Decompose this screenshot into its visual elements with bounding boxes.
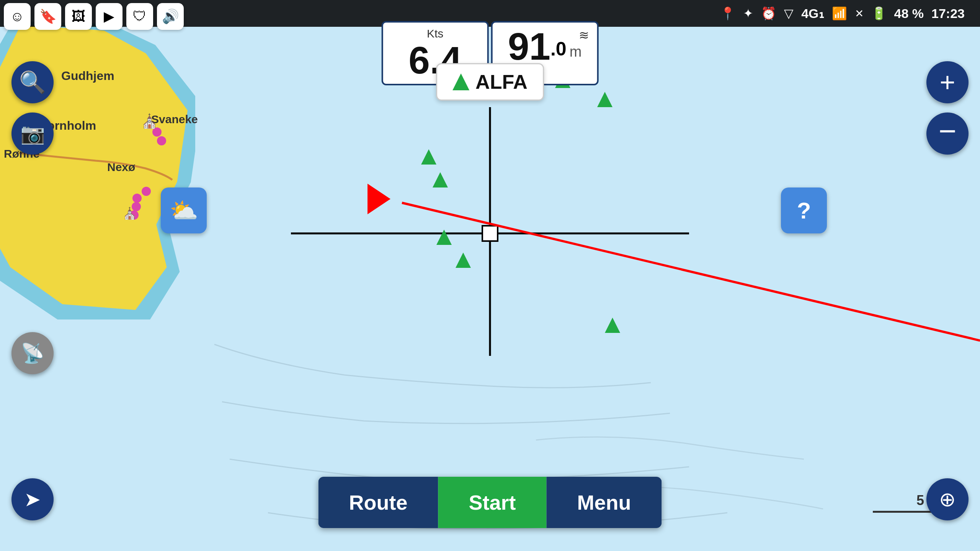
label-svaneke: Svaneke [151, 113, 198, 126]
svg-rect-2 [482, 226, 498, 241]
svg-marker-10 [456, 253, 471, 268]
ruler-button[interactable]: ⊕ [926, 478, 969, 520]
zoom-out-button[interactable]: − [926, 112, 969, 155]
image-app-icon[interactable]: 🖼 [65, 3, 92, 30]
start-button[interactable]: Start [438, 477, 546, 528]
sim-icon: ✕ [855, 7, 864, 20]
vessel-triangle-icon [452, 73, 469, 90]
svg-marker-8 [433, 172, 448, 187]
wifi-icon: ▽ [784, 6, 794, 21]
signal-strength-button[interactable]: 📡 [11, 332, 54, 374]
svg-marker-6 [597, 92, 612, 107]
left-controls: 🔍 📷 📡 [11, 61, 54, 374]
bookmark-app-icon[interactable]: 🔖 [34, 3, 61, 30]
right-controls: + − [926, 61, 969, 155]
compass-icon: ➤ [11, 478, 54, 520]
speed-label: Kts [399, 27, 472, 40]
bluetooth-icon: ✦ [743, 6, 753, 21]
heading-value: 91 [508, 27, 550, 65]
ruler-icon: ⊕ [926, 478, 969, 520]
camera-button[interactable]: 📷 [11, 112, 54, 155]
heading-decimal: .0 [550, 38, 567, 65]
location-icon: 📍 [720, 6, 735, 21]
label-nexo: Nexø [107, 161, 135, 174]
svg-marker-7 [421, 149, 436, 165]
network-label: 4G₁ [801, 6, 824, 21]
help-button[interactable]: ? [781, 187, 827, 233]
vessel-name: ALFA [475, 70, 528, 93]
smile-app-icon[interactable]: ☺ [4, 3, 31, 30]
compass-button[interactable]: ➤ [11, 478, 54, 520]
shield-app-icon[interactable]: 🛡 [126, 3, 153, 30]
heading-unit: m [570, 44, 582, 65]
weather-icon: ⛅ [170, 197, 198, 224]
lighthouse-south: ⛪ [122, 207, 137, 220]
label-gudhjem: Gudhjem [61, 69, 114, 83]
help-icon: ? [797, 197, 811, 224]
svg-marker-11 [605, 318, 620, 333]
svg-marker-4 [368, 184, 390, 214]
signal-bars: 📶 [832, 6, 847, 21]
clock-icon: ⏰ [761, 6, 776, 21]
app-icons: ☺ 🔖 🖼 ▶ 🛡 🔊 [4, 3, 184, 30]
alfa-badge: ALFA [436, 63, 544, 101]
minus-icon: − [939, 116, 957, 147]
battery-icon: 🔋 [871, 6, 887, 21]
menu-button[interactable]: Menu [547, 477, 662, 528]
bottom-nav: Route Start Menu [318, 477, 662, 528]
volume-app-icon[interactable]: 🔊 [157, 3, 184, 30]
video-app-icon[interactable]: ▶ [96, 3, 122, 30]
zoom-in-button[interactable]: + [926, 61, 969, 103]
clock: 17:23 [931, 6, 965, 21]
depth-signal-icon: ≋ [579, 28, 589, 42]
search-button[interactable]: 🔍 [11, 61, 54, 103]
plus-icon: + [940, 69, 956, 96]
svg-marker-9 [436, 230, 452, 245]
battery-level: 48 % [894, 6, 924, 21]
weather-button[interactable]: ⛅ [161, 187, 207, 233]
lighthouse-svaneke: ⛪ [141, 113, 158, 129]
svg-line-3 [402, 203, 980, 341]
route-button[interactable]: Route [318, 477, 438, 528]
